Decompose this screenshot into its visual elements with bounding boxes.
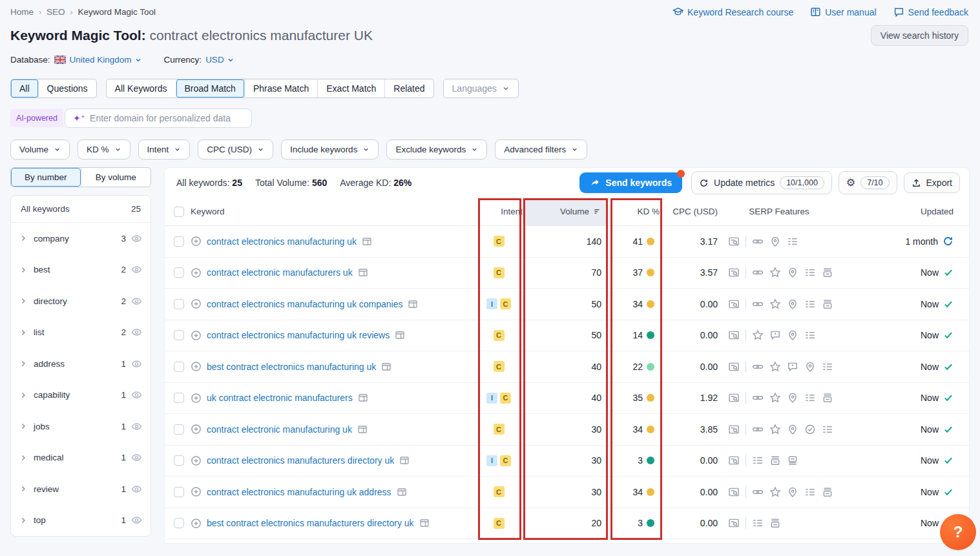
add-keyword-icon[interactable] — [191, 361, 202, 372]
ads-bottom-icon[interactable] — [787, 455, 798, 466]
sitelinks-icon[interactable] — [822, 424, 833, 435]
eye-icon[interactable] — [131, 358, 142, 369]
add-keyword-icon[interactable] — [191, 298, 202, 309]
row-checkbox[interactable] — [174, 424, 184, 435]
group-name[interactable]: directory — [34, 296, 67, 306]
add-keyword-icon[interactable] — [191, 486, 202, 497]
domain-input[interactable] — [90, 113, 244, 123]
review-bubble-icon[interactable] — [769, 329, 781, 341]
column-kd[interactable]: KD % — [607, 207, 660, 216]
eye-icon[interactable] — [131, 421, 142, 432]
eye-icon[interactable] — [131, 233, 142, 244]
star-icon[interactable] — [769, 267, 781, 278]
row-checkbox[interactable] — [174, 487, 184, 497]
keyword-link[interactable]: contract electronics manufacturing uk ad… — [207, 487, 391, 497]
column-volume[interactable]: Volume — [523, 198, 607, 225]
group-name[interactable]: top — [34, 515, 46, 525]
add-keyword-icon[interactable] — [191, 518, 202, 529]
filter-cpc[interactable]: CPC (USD) — [198, 139, 273, 160]
eye-icon[interactable] — [131, 327, 142, 338]
sitelinks-icon[interactable] — [752, 517, 764, 529]
tab-phrase-match[interactable]: Phrase Match — [244, 79, 317, 98]
column-cpc[interactable]: CPC (USD) — [660, 207, 718, 216]
row-checkbox[interactable] — [174, 236, 184, 247]
chevron-right-icon[interactable] — [19, 297, 27, 305]
star-icon[interactable] — [769, 392, 781, 404]
languages-dropdown[interactable]: Languages — [443, 79, 519, 98]
star-icon[interactable] — [769, 424, 781, 435]
group-name[interactable]: medical — [34, 453, 64, 462]
add-keyword-icon[interactable] — [191, 330, 202, 341]
keyword-link[interactable]: contract electronics manufacturing uk re… — [207, 330, 390, 340]
group-name[interactable]: best — [34, 265, 50, 274]
serp-preview-icon[interactable] — [728, 424, 740, 435]
eye-icon[interactable] — [131, 452, 142, 463]
sidebar-group-item[interactable]: directory 2 — [11, 285, 151, 317]
chevron-right-icon[interactable] — [19, 485, 27, 493]
sitelinks-icon[interactable] — [804, 298, 816, 310]
send-keywords-button[interactable]: Send keywords — [579, 172, 682, 193]
check-circle-icon[interactable] — [804, 424, 816, 435]
help-button[interactable]: ? — [940, 514, 976, 550]
location-pin-icon[interactable] — [787, 298, 798, 310]
update-metrics-button[interactable]: Update metrics 10/1,000 — [691, 171, 832, 194]
ads-icon[interactable] — [822, 392, 833, 404]
row-checkbox[interactable] — [174, 393, 184, 403]
column-intent[interactable]: Intent — [475, 207, 523, 216]
location-pin-icon[interactable] — [787, 267, 798, 278]
keyword-link[interactable]: best contract electronics manufacturing … — [207, 362, 376, 372]
location-pin-icon[interactable] — [787, 486, 798, 498]
database-selector[interactable]: Database: United Kingdom — [10, 55, 142, 65]
keyword-link[interactable]: contract electronics manufacturers direc… — [207, 455, 394, 466]
group-name[interactable]: jobs — [34, 422, 50, 431]
serp-card-icon[interactable] — [408, 299, 418, 309]
tab-by-volume[interactable]: By volume — [81, 168, 151, 187]
keyword-link[interactable]: best contract electronics manufacturers … — [207, 518, 414, 528]
group-name[interactable]: address — [34, 359, 65, 369]
sidebar-group-item[interactable]: top 1 — [11, 505, 151, 537]
row-checkbox[interactable] — [174, 299, 184, 309]
sitelinks-icon[interactable] — [804, 486, 816, 498]
star-icon[interactable] — [769, 298, 781, 310]
sidebar-group-item[interactable]: capability 1 — [11, 380, 151, 411]
chevron-right-icon[interactable] — [19, 266, 27, 274]
serp-card-icon[interactable] — [395, 330, 405, 340]
column-keyword[interactable]: Keyword — [191, 207, 475, 216]
serp-card-icon[interactable] — [358, 267, 368, 278]
tab-broad-match[interactable]: Broad Match — [176, 79, 244, 98]
serp-card-icon[interactable] — [358, 393, 368, 403]
sidebar-group-item[interactable]: jobs 1 — [11, 411, 151, 442]
row-checkbox[interactable] — [174, 518, 184, 528]
column-updated[interactable]: Updated — [840, 207, 954, 216]
row-checkbox[interactable] — [174, 267, 184, 278]
chevron-right-icon[interactable] — [19, 422, 27, 430]
export-button[interactable]: Export — [904, 172, 960, 193]
all-keywords-group[interactable]: All keywords 25 — [11, 196, 151, 223]
serp-card-icon[interactable] — [381, 362, 391, 372]
filter-intent[interactable]: Intent — [138, 139, 191, 160]
ads-icon[interactable] — [769, 517, 781, 529]
sitelinks-icon[interactable] — [804, 392, 816, 404]
serp-card-icon[interactable] — [419, 518, 430, 528]
send-feedback-link[interactable]: Send feedback — [893, 6, 968, 17]
row-checkbox[interactable] — [174, 455, 184, 466]
view-search-history-button[interactable]: View search history — [871, 25, 968, 46]
tab-exact-match[interactable]: Exact Match — [317, 79, 384, 98]
sitelinks-icon[interactable] — [804, 267, 816, 278]
serp-preview-icon[interactable] — [728, 298, 740, 310]
link-icon[interactable] — [752, 361, 764, 373]
link-icon[interactable] — [752, 486, 764, 498]
ads-icon[interactable] — [769, 455, 781, 466]
star-icon[interactable] — [769, 486, 781, 498]
location-pin-icon[interactable] — [804, 361, 816, 373]
add-keyword-icon[interactable] — [191, 267, 202, 278]
breadcrumb-seo[interactable]: SEO — [47, 7, 65, 17]
sidebar-group-item[interactable]: medical 1 — [11, 442, 151, 474]
refresh-icon[interactable] — [943, 236, 954, 247]
serp-card-icon[interactable] — [399, 455, 410, 466]
tab-all-keywords[interactable]: All Keywords — [107, 79, 176, 98]
eye-icon[interactable] — [131, 389, 142, 400]
select-all-checkbox[interactable] — [174, 207, 184, 217]
link-icon[interactable] — [752, 392, 764, 404]
star-icon[interactable] — [752, 329, 764, 341]
